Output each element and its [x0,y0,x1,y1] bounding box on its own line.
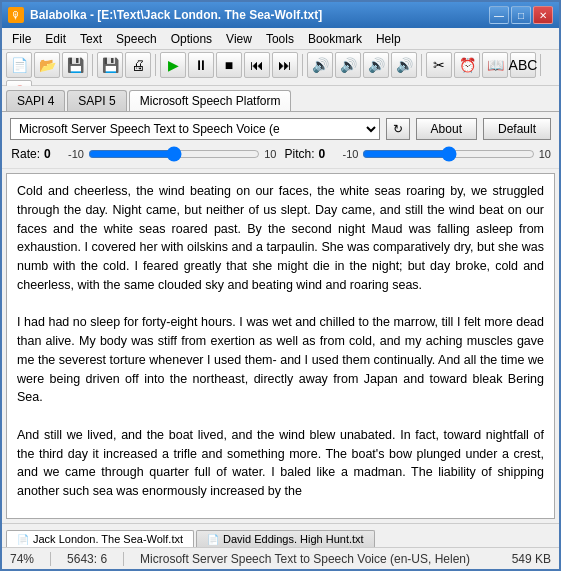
status-bar: 74% 5643: 6 Microsoft Server Speech Text… [2,547,559,569]
pause-toolbar-button[interactable]: ⏸ [188,52,214,78]
wolf-tab-icon: 📄 [17,534,29,545]
menu-item-tools[interactable]: Tools [260,30,300,48]
maximize-button[interactable]: □ [511,6,531,24]
pitch-max: 10 [539,148,551,160]
convert3-toolbar-button[interactable]: 🔊 [363,52,389,78]
app-icon: 🎙 [8,7,24,23]
rate-min: -10 [68,148,84,160]
content-text: Cold and cheerless, the wind beating on … [17,182,544,501]
wolf-tab-label: Jack London. The Sea-Wolf.txt [33,533,183,545]
title-bar-left: 🎙 Balabolka - [E:\Text\Jack London. The … [8,7,322,23]
status-zoom: 74% [10,552,34,566]
close-button[interactable]: ✕ [533,6,553,24]
status-position: 5643: 6 [67,552,107,566]
save2-toolbar-button[interactable]: 💾 [97,52,123,78]
pitch-label: Pitch: [285,147,315,161]
minimize-button[interactable]: — [489,6,509,24]
clock-toolbar-button[interactable]: ⏰ [454,52,480,78]
bottom-tabs: 📄 Jack London. The Sea-Wolf.txt 📄 David … [2,523,559,547]
toolbar-separator [92,54,93,76]
menu-item-file[interactable]: File [6,30,37,48]
toolbar-separator [302,54,303,76]
toolbar-separator [540,54,541,76]
next-toolbar-button[interactable]: ⏭ [272,52,298,78]
eddings-tab-icon: 📄 [207,534,219,545]
print-toolbar-button[interactable]: 🖨 [125,52,151,78]
prev-toolbar-button[interactable]: ⏮ [244,52,270,78]
menu-item-edit[interactable]: Edit [39,30,72,48]
toolbar-separator [155,54,156,76]
pitch-group: Pitch: 0 -10 10 [285,146,552,162]
cut-toolbar-button[interactable]: ✂ [426,52,452,78]
refresh-icon: ↻ [393,122,403,136]
menu-item-options[interactable]: Options [165,30,218,48]
menu-item-speech[interactable]: Speech [110,30,163,48]
convert4-toolbar-button[interactable]: 🔊 [391,52,417,78]
save-toolbar-button[interactable]: 💾 [62,52,88,78]
status-voice: Microsoft Server Speech Text to Speech V… [140,552,496,566]
voice-row: Microsoft Server Speech Text to Speech V… [10,118,551,140]
menu-item-help[interactable]: Help [370,30,407,48]
default-button[interactable]: Default [483,118,551,140]
tabs-area: SAPI 4 SAPI 5 Microsoft Speech Platform [2,86,559,112]
new-toolbar-button[interactable]: 📄 [6,52,32,78]
tab-sapi4[interactable]: SAPI 4 [6,90,65,111]
rate-value: 0 [44,147,64,161]
voice-select[interactable]: Microsoft Server Speech Text to Speech V… [10,118,380,140]
menu-bar: FileEditTextSpeechOptionsViewToolsBookma… [2,28,559,50]
voice-section: Microsoft Server Speech Text to Speech V… [2,112,559,169]
text-content-area[interactable]: Cold and cheerless, the wind beating on … [6,173,555,519]
menu-item-bookmark[interactable]: Bookmark [302,30,368,48]
convert2-toolbar-button[interactable]: 🔊 [335,52,361,78]
rate-group: Rate: 0 -10 10 [10,146,277,162]
spell-toolbar-button[interactable]: ABC [510,52,536,78]
menu-item-text[interactable]: Text [74,30,108,48]
slider-row: Rate: 0 -10 10 Pitch: 0 -10 10 [10,146,551,162]
pitch-value: 0 [319,147,339,161]
rate-label: Rate: [10,147,40,161]
bottom-tab-eddings[interactable]: 📄 David Eddings. High Hunt.txt [196,530,375,547]
pitch-min: -10 [343,148,359,160]
dict-toolbar-button[interactable]: 📖 [482,52,508,78]
rate-max: 10 [264,148,276,160]
play-toolbar-button[interactable]: ▶ [160,52,186,78]
status-size: 549 KB [512,552,551,566]
toolbar-separator [421,54,422,76]
convert-toolbar-button[interactable]: 🔊 [307,52,333,78]
open-toolbar-button[interactable]: 📂 [34,52,60,78]
tab-msp[interactable]: Microsoft Speech Platform [129,90,292,111]
toolbar: 📄📂💾💾🖨▶⏸■⏮⏭🔊🔊🔊🔊✂⏰📖ABC❓ [2,50,559,86]
about-button[interactable]: About [416,118,477,140]
stop-toolbar-button[interactable]: ■ [216,52,242,78]
tab-sapi5[interactable]: SAPI 5 [67,90,126,111]
status-sep2 [123,552,124,566]
menu-item-view[interactable]: View [220,30,258,48]
status-sep1 [50,552,51,566]
window-controls: — □ ✕ [489,6,553,24]
eddings-tab-label: David Eddings. High Hunt.txt [223,533,364,545]
rate-slider[interactable] [88,146,260,162]
refresh-button[interactable]: ↻ [386,118,410,140]
window-title: Balabolka - [E:\Text\Jack London. The Se… [30,8,322,22]
bottom-tab-wolf[interactable]: 📄 Jack London. The Sea-Wolf.txt [6,530,194,547]
title-bar: 🎙 Balabolka - [E:\Text\Jack London. The … [2,2,559,28]
pitch-slider[interactable] [362,146,534,162]
main-window: 🎙 Balabolka - [E:\Text\Jack London. The … [0,0,561,571]
